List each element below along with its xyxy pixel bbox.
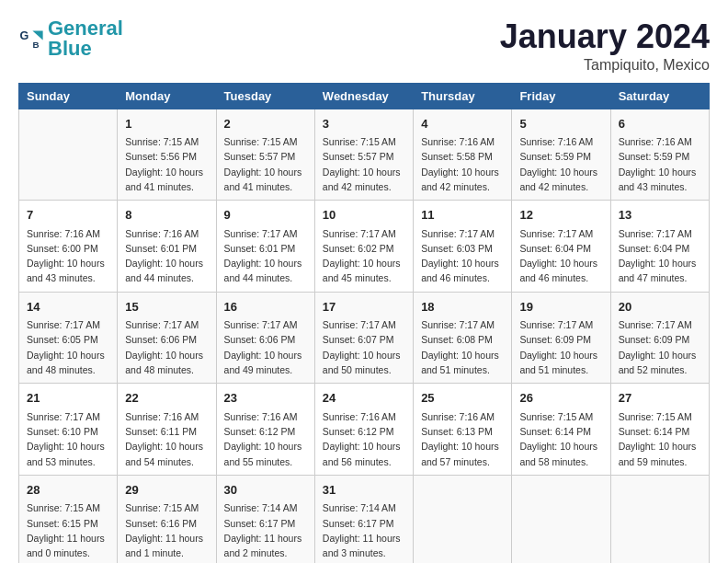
day-info: Sunrise: 7:15 AMSunset: 6:15 PMDaylight:… [27,500,109,560]
day-info: Sunrise: 7:17 AMSunset: 6:04 PMDaylight:… [619,226,701,286]
day-number: 23 [224,389,307,408]
calendar-cell: 24Sunrise: 7:16 AMSunset: 6:12 PMDayligh… [314,384,413,476]
calendar-cell: 19Sunrise: 7:17 AMSunset: 6:09 PMDayligh… [512,292,610,384]
logo-icon: G B [18,26,44,52]
day-number: 26 [519,389,602,408]
calendar-cell: 15Sunrise: 7:17 AMSunset: 6:06 PMDayligh… [118,292,216,384]
day-info: Sunrise: 7:17 AMSunset: 6:09 PMDaylight:… [519,317,602,377]
day-number: 30 [224,481,307,500]
calendar-cell: 6Sunrise: 7:16 AMSunset: 5:59 PMDaylight… [610,109,709,201]
day-info: Sunrise: 7:17 AMSunset: 6:05 PMDaylight:… [27,317,109,377]
day-number: 7 [27,206,109,224]
day-info: Sunrise: 7:15 AMSunset: 6:14 PMDaylight:… [619,409,701,469]
calendar-week-3: 14Sunrise: 7:17 AMSunset: 6:05 PMDayligh… [19,292,710,384]
header-monday: Monday [118,83,216,109]
header-friday: Friday [512,83,610,109]
day-number: 24 [323,389,405,408]
calendar-week-2: 7Sunrise: 7:16 AMSunset: 6:00 PMDaylight… [19,201,710,293]
calendar-cell: 20Sunrise: 7:17 AMSunset: 6:09 PMDayligh… [610,292,709,384]
day-info: Sunrise: 7:16 AMSunset: 5:58 PMDaylight:… [421,134,504,194]
calendar-cell: 27Sunrise: 7:15 AMSunset: 6:14 PMDayligh… [610,384,709,476]
day-info: Sunrise: 7:17 AMSunset: 6:09 PMDaylight:… [619,317,701,377]
header-row: Sunday Monday Tuesday Wednesday Thursday… [19,83,710,109]
day-number: 8 [125,206,208,224]
calendar-header: Sunday Monday Tuesday Wednesday Thursday… [19,83,710,109]
calendar-body: 1Sunrise: 7:15 AMSunset: 5:56 PMDaylight… [19,109,710,563]
day-number: 9 [224,206,307,224]
day-number: 15 [125,298,208,316]
day-number: 28 [27,481,109,500]
day-number: 31 [323,481,405,500]
calendar-cell: 28Sunrise: 7:15 AMSunset: 6:15 PMDayligh… [19,475,118,563]
calendar-cell: 25Sunrise: 7:16 AMSunset: 6:13 PMDayligh… [414,384,512,476]
calendar-cell: 1Sunrise: 7:15 AMSunset: 5:56 PMDaylight… [118,109,216,201]
page-header: G B General Blue January 2024 Tampiquito… [18,18,710,74]
day-number: 6 [619,115,701,133]
day-info: Sunrise: 7:17 AMSunset: 6:08 PMDaylight:… [421,317,504,377]
calendar-cell: 22Sunrise: 7:16 AMSunset: 6:11 PMDayligh… [118,384,216,476]
calendar-cell [610,475,709,563]
day-info: Sunrise: 7:16 AMSunset: 5:59 PMDaylight:… [619,134,701,194]
calendar-cell [512,475,610,563]
day-number: 2 [224,115,307,133]
calendar-cell: 17Sunrise: 7:17 AMSunset: 6:07 PMDayligh… [314,292,413,384]
day-number: 1 [125,115,208,133]
calendar-cell: 11Sunrise: 7:17 AMSunset: 6:03 PMDayligh… [414,201,512,293]
header-wednesday: Wednesday [314,83,413,109]
header-sunday: Sunday [19,83,118,109]
day-number: 12 [519,206,602,224]
day-number: 16 [224,298,307,316]
day-number: 11 [421,206,504,224]
day-number: 25 [421,389,504,408]
day-number: 18 [421,298,504,316]
month-title: January 2024 [500,18,710,55]
day-number: 13 [619,206,701,224]
calendar-cell: 13Sunrise: 7:17 AMSunset: 6:04 PMDayligh… [610,201,709,293]
calendar-week-5: 28Sunrise: 7:15 AMSunset: 6:15 PMDayligh… [19,475,710,563]
calendar-cell: 18Sunrise: 7:17 AMSunset: 6:08 PMDayligh… [414,292,512,384]
calendar-week-1: 1Sunrise: 7:15 AMSunset: 5:56 PMDaylight… [19,109,710,201]
day-info: Sunrise: 7:17 AMSunset: 6:04 PMDaylight:… [519,226,602,286]
logo: G B General Blue [18,18,123,59]
day-number: 4 [421,115,504,133]
calendar-cell: 16Sunrise: 7:17 AMSunset: 6:06 PMDayligh… [216,292,314,384]
calendar-cell: 3Sunrise: 7:15 AMSunset: 5:57 PMDaylight… [314,109,413,201]
day-info: Sunrise: 7:17 AMSunset: 6:06 PMDaylight:… [125,317,208,377]
calendar-cell: 31Sunrise: 7:14 AMSunset: 6:17 PMDayligh… [314,475,413,563]
day-number: 29 [125,481,208,500]
calendar-cell [19,109,118,201]
day-number: 22 [125,389,208,408]
header-thursday: Thursday [414,83,512,109]
calendar-cell: 23Sunrise: 7:16 AMSunset: 6:12 PMDayligh… [216,384,314,476]
day-number: 5 [519,115,602,133]
day-info: Sunrise: 7:17 AMSunset: 6:07 PMDaylight:… [323,317,405,377]
day-info: Sunrise: 7:17 AMSunset: 6:02 PMDaylight:… [323,226,405,286]
calendar-cell: 9Sunrise: 7:17 AMSunset: 6:01 PMDaylight… [216,201,314,293]
svg-text:B: B [32,40,39,50]
day-info: Sunrise: 7:14 AMSunset: 6:17 PMDaylight:… [224,500,307,560]
calendar-cell: 29Sunrise: 7:15 AMSunset: 6:16 PMDayligh… [118,475,216,563]
calendar-cell [414,475,512,563]
day-info: Sunrise: 7:16 AMSunset: 5:59 PMDaylight:… [519,134,602,194]
day-info: Sunrise: 7:14 AMSunset: 6:17 PMDaylight:… [323,500,405,560]
day-info: Sunrise: 7:15 AMSunset: 5:56 PMDaylight:… [125,134,208,194]
day-number: 20 [619,298,701,316]
day-info: Sunrise: 7:15 AMSunset: 6:16 PMDaylight:… [125,500,208,560]
day-info: Sunrise: 7:16 AMSunset: 6:00 PMDaylight:… [27,226,109,286]
location: Tampiquito, Mexico [500,57,710,74]
day-number: 14 [27,298,109,316]
day-info: Sunrise: 7:17 AMSunset: 6:03 PMDaylight:… [421,226,504,286]
calendar-cell: 7Sunrise: 7:16 AMSunset: 6:00 PMDaylight… [19,201,118,293]
calendar-cell: 2Sunrise: 7:15 AMSunset: 5:57 PMDaylight… [216,109,314,201]
day-info: Sunrise: 7:16 AMSunset: 6:11 PMDaylight:… [125,409,208,469]
calendar-cell: 8Sunrise: 7:16 AMSunset: 6:01 PMDaylight… [118,201,216,293]
svg-text:G: G [19,29,28,42]
calendar-cell: 14Sunrise: 7:17 AMSunset: 6:05 PMDayligh… [19,292,118,384]
day-number: 10 [323,206,405,224]
calendar-cell: 30Sunrise: 7:14 AMSunset: 6:17 PMDayligh… [216,475,314,563]
day-info: Sunrise: 7:16 AMSunset: 6:12 PMDaylight:… [224,409,307,469]
title-block: January 2024 Tampiquito, Mexico [500,18,710,74]
day-info: Sunrise: 7:16 AMSunset: 6:13 PMDaylight:… [421,409,504,469]
calendar-cell: 26Sunrise: 7:15 AMSunset: 6:14 PMDayligh… [512,384,610,476]
calendar-cell: 5Sunrise: 7:16 AMSunset: 5:59 PMDaylight… [512,109,610,201]
